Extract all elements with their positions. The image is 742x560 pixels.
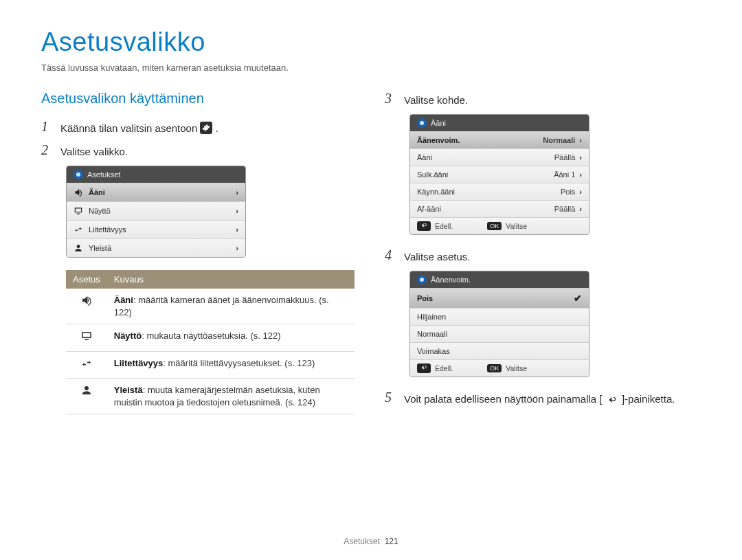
menu-row-label: Pois — [417, 294, 433, 302]
menu-row-label: Liitettävyys — [89, 225, 126, 234]
table-desc: : mukauta näyttöasetuksia. (s. 122) — [142, 331, 280, 341]
menu-row: Normaali — [410, 325, 589, 342]
table-head-desc: Kuvaus — [107, 270, 355, 289]
ok-icon: OK — [487, 222, 502, 230]
menu-row: Yleistä› — [67, 238, 245, 257]
menu-row-label: Voimakas — [417, 347, 450, 355]
menu-row: Ääni› — [67, 183, 245, 201]
ui-screenshot-sound-menu: Ääni Äänenvoim.Normaali›ÄäniPäällä›Sulk.… — [409, 114, 589, 235]
chevron-right-icon: › — [579, 153, 582, 161]
settings-description-table: Asetus Kuvaus Ääni: määritä kameran ääne… — [66, 270, 355, 414]
chevron-right-icon: › — [579, 205, 582, 213]
speaker-icon — [74, 188, 83, 197]
section-heading: Asetusvalikon käyttäminen — [41, 91, 357, 107]
step-1: 1 Käännä tilan valitsin asentoon . — [41, 119, 357, 135]
menu-row-label: Normaali — [417, 330, 447, 338]
link-icon — [66, 351, 107, 379]
page-title: Asetusvalikko — [41, 27, 701, 57]
chevron-right-icon: › — [579, 188, 582, 196]
link-icon — [74, 225, 83, 234]
monitor-icon — [74, 206, 83, 216]
menu-row: Käynn.ääniPois› — [410, 183, 589, 200]
table-term: Liitettävyys — [114, 358, 164, 368]
menu1-header: Asetukset — [87, 170, 120, 179]
menu-row: Äänenvoim.Normaali› — [410, 131, 589, 148]
step-2: 2 Valitse valikko. — [41, 142, 357, 159]
step-4: 4 Valitse asetus. — [385, 247, 701, 264]
table-head-setting: Asetus — [66, 270, 107, 289]
menu-row: Pois✔ — [410, 288, 589, 308]
back-icon — [417, 363, 431, 373]
chevron-right-icon: › — [579, 136, 582, 144]
chevron-right-icon: › — [579, 170, 582, 179]
table-body: Ääni: määritä kameran äänet ja äänenvoim… — [66, 289, 355, 414]
person-icon — [74, 243, 83, 253]
page-footer: Asetukset 121 — [0, 537, 742, 546]
chevron-right-icon: › — [236, 188, 238, 197]
menu2-rows: Äänenvoim.Normaali›ÄäniPäällä›Sulk.ääniÄ… — [410, 131, 589, 217]
menu-row-value: Pois — [561, 188, 575, 196]
menu-row-value: Ääni 1 — [554, 170, 575, 179]
menu-row-value: Normaali — [543, 136, 575, 144]
table-term: Näyttö — [114, 331, 142, 341]
menu-row-label: Hiljainen — [417, 313, 446, 321]
menu-row-label: Ääni — [89, 188, 105, 197]
ui-screenshot-volume-menu: Äänenvoim. Pois✔HiljainenNormaaliVoimaka… — [409, 271, 589, 377]
menu-row-label: Näyttö — [89, 207, 111, 215]
table-row: Näyttö: mukauta näyttöasetuksia. (s. 122… — [66, 324, 355, 352]
table-desc: : määritä kameran äänet ja äänenvoimakku… — [114, 295, 329, 317]
chevron-right-icon: › — [236, 207, 238, 215]
table-row: Yleistä: muuta kamerajärjestelmän asetuk… — [66, 379, 355, 414]
mode-dot-icon — [417, 118, 427, 128]
ok-icon: OK — [487, 364, 502, 372]
menu-row: Näyttö› — [67, 201, 245, 220]
mode-dot-icon — [417, 275, 427, 284]
menu-row-label: Af-ääni — [417, 205, 441, 213]
check-icon: ✔ — [574, 293, 582, 304]
menu-row-label: Äänenvoim. — [417, 136, 460, 144]
step-5: 5 Voit palata edelliseen näyttöön painam… — [385, 390, 701, 406]
table-row: Ääni: määritä kameran äänet ja äänenvoim… — [66, 289, 355, 324]
menu-row-label: Sulk.ääni — [417, 170, 448, 179]
menu-row-label: Yleistä — [89, 244, 111, 252]
speaker-icon — [66, 289, 107, 324]
menu-row-label: Ääni — [417, 153, 432, 161]
table-desc: : muuta kamerajärjestelmän asetuksia, ku… — [114, 385, 320, 407]
menu-row-value: Päällä — [554, 205, 576, 213]
menu3-rows: Pois✔HiljainenNormaaliVoimakas — [410, 288, 589, 359]
menu-row: Hiljainen — [410, 308, 589, 325]
mode-dot-icon — [74, 170, 83, 179]
menu-row: Sulk.ääniÄäni 1› — [410, 166, 589, 183]
chevron-right-icon: › — [236, 244, 238, 252]
menu-row-value: Päällä — [554, 153, 576, 161]
step-3: 3 Valitse kohde. — [385, 91, 701, 107]
menu-row: Voimakas — [410, 342, 589, 359]
back-icon — [605, 395, 619, 405]
menu3-header: Äänenvoim. — [431, 276, 471, 284]
menu-row: ÄäniPäällä› — [410, 148, 589, 166]
person-icon — [66, 379, 107, 414]
menu-row-label: Käynn.ääni — [417, 188, 455, 196]
menu1-rows: Ääni›Näyttö›Liitettävyys›Yleistä› — [67, 183, 245, 257]
menu-row: Liitettävyys› — [67, 220, 245, 238]
page-intro: Tässä luvussa kuvataan, miten kameran as… — [41, 63, 701, 73]
gear-icon — [200, 122, 212, 134]
table-desc: : määritä liitettävyysasetukset. (s. 123… — [163, 358, 315, 368]
menu2-header: Ääni — [431, 119, 446, 127]
back-icon — [417, 221, 431, 231]
chevron-right-icon: › — [236, 225, 238, 234]
table-term: Ääni — [114, 295, 133, 305]
menu-row: Af-ääniPäällä› — [410, 200, 589, 217]
ui-screenshot-main-menu: Asetukset Ääni›Näyttö›Liitettävyys›Yleis… — [66, 166, 246, 258]
table-row: Liitettävyys: määritä liitettävyysasetuk… — [66, 351, 355, 379]
monitor-icon — [66, 324, 107, 352]
table-term: Yleistä — [114, 385, 143, 395]
